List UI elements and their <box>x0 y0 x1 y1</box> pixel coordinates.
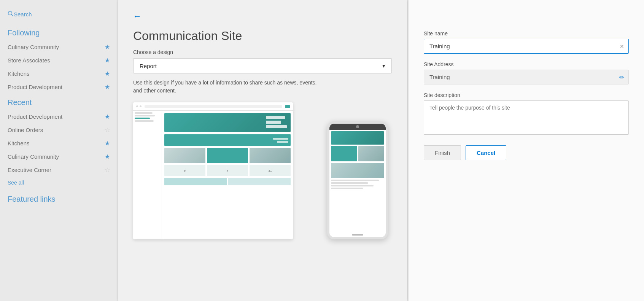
mockup-hero <box>164 113 291 132</box>
comm-site-title: Communication Site <box>133 29 392 43</box>
site-description-textarea[interactable] <box>424 100 629 135</box>
action-buttons: Finish Cancel <box>424 145 629 160</box>
mobile-hero <box>331 131 384 145</box>
design-selected: Report <box>140 63 157 69</box>
mobile-grid <box>331 146 384 161</box>
right-panel: Site name ✕ Site Address Training ✏ Site… <box>408 0 644 301</box>
mockup-sidebar-area <box>133 111 162 239</box>
comm-site-panel: ← Communication Site Choose a design Rep… <box>118 0 407 301</box>
site-address-label: Site Address <box>424 61 629 67</box>
site-name-input[interactable] <box>424 39 629 54</box>
mockup-main-area: 6 4 31 <box>162 111 293 239</box>
chevron-down-icon: ▾ <box>382 62 385 69</box>
mockup-grid <box>164 148 291 163</box>
edit-address-button[interactable]: ✏ <box>619 73 624 81</box>
mobile-mockup <box>327 121 388 239</box>
preview-container: 6 4 31 <box>133 102 392 266</box>
site-address-display: Training <box>424 70 629 84</box>
mobile-home-indicator <box>352 234 363 236</box>
back-button[interactable]: ← <box>133 11 142 21</box>
mobile-bottom-text <box>331 180 384 189</box>
mobile-status-bar <box>329 124 386 130</box>
desktop-mockup: 6 4 31 <box>133 102 293 239</box>
site-name-label: Site name <box>424 30 629 37</box>
design-description: Use this design if you have a lot of inf… <box>133 79 323 95</box>
choose-design-label: Choose a design <box>133 49 392 55</box>
site-name-input-wrap: ✕ <box>424 39 629 54</box>
finish-button[interactable]: Finish <box>424 145 461 160</box>
mockup-header <box>133 102 293 111</box>
clear-input-button[interactable]: ✕ <box>620 43 624 49</box>
mobile-content <box>329 130 386 191</box>
mockup-body: 6 4 31 <box>133 111 293 239</box>
mockup-bottom-row: 6 4 31 <box>164 165 291 176</box>
design-dropdown[interactable]: Report ▾ <box>133 58 392 73</box>
site-description-label: Site description <box>424 92 629 98</box>
site-address-wrap: Training ✏ <box>424 70 629 84</box>
cancel-button[interactable]: Cancel <box>466 145 506 160</box>
